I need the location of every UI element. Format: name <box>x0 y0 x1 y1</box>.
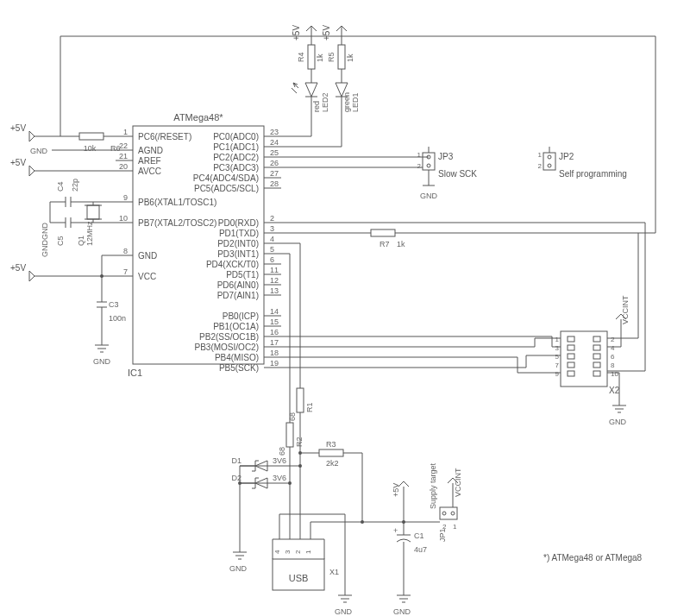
svg-text:GND: GND <box>30 147 48 155</box>
svg-text:X2: X2 <box>609 386 620 395</box>
svg-text:8: 8 <box>611 361 615 369</box>
svg-text:2: 2 <box>538 162 543 170</box>
svg-text:PC4(ADC4/SDA): PC4(ADC4/SDA) <box>193 173 259 183</box>
svg-text:6: 6 <box>611 353 615 361</box>
svg-text:PD0(RXD): PD0(RXD) <box>218 218 259 228</box>
svg-text:6: 6 <box>270 255 274 264</box>
svg-text:C3: C3 <box>109 300 119 309</box>
svg-text:2k2: 2k2 <box>326 459 339 468</box>
svg-text:C4: C4 <box>56 181 65 192</box>
xtal-block: Q112MHz C422p C5 GNDGND <box>41 179 116 257</box>
svg-text:X1: X1 <box>329 568 339 576</box>
svg-text:VCCINT: VCCINT <box>454 468 462 497</box>
svg-rect-188 <box>593 336 600 342</box>
svg-text:PD3(INT1): PD3(INT1) <box>217 249 259 259</box>
svg-rect-245 <box>319 449 343 456</box>
svg-text:68: 68 <box>278 447 286 456</box>
footnote: *) ATMega48 or ATMega8 <box>543 553 643 563</box>
svg-text:4: 4 <box>270 235 274 243</box>
svg-text:2: 2 <box>611 336 615 343</box>
svg-text:PD5(T1): PD5(T1) <box>226 270 259 280</box>
svg-text:1k: 1k <box>397 240 405 248</box>
svg-text:5: 5 <box>270 245 274 254</box>
svg-text:PC6(/RESET): PC6(/RESET) <box>138 132 191 141</box>
svg-text:green: green <box>342 92 351 112</box>
svg-text:D1: D1 <box>231 456 242 465</box>
svg-text:red: red <box>312 101 321 112</box>
svg-text:3: 3 <box>284 550 292 554</box>
svg-text:12MHz: 12MHz <box>85 221 94 246</box>
svg-text:1: 1 <box>555 336 560 343</box>
svg-text:AGND: AGND <box>138 146 163 155</box>
svg-text:14: 14 <box>270 307 279 316</box>
svg-text:+5V: +5V <box>292 25 301 41</box>
svg-text:20: 20 <box>119 162 128 171</box>
svg-text:LED2: LED2 <box>321 92 329 112</box>
svg-text:+5V: +5V <box>322 25 331 41</box>
svg-text:23: 23 <box>270 128 279 136</box>
svg-rect-189 <box>568 345 574 350</box>
svg-text:4: 4 <box>611 344 615 352</box>
svg-text:PC5(ADC5/SCL): PC5(ADC5/SCL) <box>194 184 259 193</box>
svg-text:R4: R4 <box>297 52 305 62</box>
svg-text:R1: R1 <box>305 402 314 412</box>
svg-text:PD2(INT0): PD2(INT0) <box>217 239 259 248</box>
svg-text:USB: USB <box>289 573 309 583</box>
svg-rect-190 <box>593 345 600 350</box>
svg-text:PC0(ADC0): PC0(ADC0) <box>213 132 259 141</box>
svg-text:26: 26 <box>270 159 279 167</box>
svg-text:1: 1 <box>538 151 543 159</box>
svg-text:8: 8 <box>123 247 128 255</box>
svg-text:100n: 100n <box>109 314 126 323</box>
svg-text:13: 13 <box>270 286 279 295</box>
svg-text:12: 12 <box>270 276 279 285</box>
pins-right-adc: 23PC0(ADC0) 24PC1(ADC1) 25PC2(ADC2) 26PC… <box>193 128 281 193</box>
pins-right-pb: 14PB0(ICP) 15PB1(OC1A) 16PB2(SS/OC1B) 17… <box>195 307 281 373</box>
svg-text:11: 11 <box>270 266 279 274</box>
svg-text:PD1(TXD): PD1(TXD) <box>219 229 259 238</box>
svg-text:1k: 1k <box>346 53 354 62</box>
svg-text:PC3(ADC3): PC3(ADC3) <box>213 163 259 173</box>
r6-block: 10kR6 +5V GND +5V <box>10 36 656 233</box>
svg-text:24: 24 <box>270 138 279 147</box>
svg-text:Slow SCK: Slow SCK <box>438 169 477 179</box>
svg-text:22p: 22p <box>71 179 79 192</box>
svg-text:GND: GND <box>609 418 627 426</box>
svg-text:PC1(ADC1): PC1(ADC1) <box>213 142 259 152</box>
svg-text:27: 27 <box>270 169 279 178</box>
pins-left-group2: 9PB6(XTAL1/TOSC1) 10PB7(XTAL2/TOSC2) <box>116 193 216 228</box>
svg-text:7: 7 <box>123 267 128 276</box>
pins-left-group3: 8GND 7VCC <box>116 247 157 281</box>
svg-text:PB2(SS/OC1B): PB2(SS/OC1B) <box>199 332 259 342</box>
svg-rect-238 <box>286 423 293 447</box>
svg-text:GND: GND <box>229 564 248 573</box>
svg-text:GNDGND: GNDGND <box>41 223 49 257</box>
ic-title: ATMega48* <box>173 112 223 123</box>
svg-rect-88 <box>308 45 315 69</box>
svg-text:AVCC: AVCC <box>138 167 161 176</box>
schematic-canvas: ATMega48* IC1 1PC6(/RESET) 22AGND 21AREF… <box>0 0 690 616</box>
svg-text:17: 17 <box>270 338 279 347</box>
svg-text:10: 10 <box>119 214 128 223</box>
svg-rect-235 <box>297 388 304 412</box>
jp2: 12 JP2 Self programming <box>538 147 627 179</box>
svg-text:R3: R3 <box>326 440 336 449</box>
svg-text:21: 21 <box>119 152 128 160</box>
svg-point-249 <box>298 451 302 455</box>
svg-text:28: 28 <box>270 179 279 188</box>
svg-rect-195 <box>568 371 574 376</box>
svg-text:C1: C1 <box>414 531 424 540</box>
svg-text:JP2: JP2 <box>559 152 574 161</box>
svg-point-119 <box>548 155 551 159</box>
svg-rect-179 <box>371 229 395 236</box>
svg-text:3: 3 <box>555 344 560 352</box>
svg-text:R6: R6 <box>110 144 121 153</box>
svg-point-309 <box>451 512 455 515</box>
svg-text:+5V: +5V <box>10 158 26 167</box>
svg-text:C5: C5 <box>56 236 65 246</box>
svg-text:PC2(ADC2): PC2(ADC2) <box>213 153 259 162</box>
svg-text:10k: 10k <box>84 144 97 153</box>
svg-text:VCC: VCC <box>138 272 156 281</box>
x2-connector: 12 34 56 78 910 X2 VCCINT GND <box>281 295 645 426</box>
svg-text:+5V: +5V <box>10 263 26 273</box>
